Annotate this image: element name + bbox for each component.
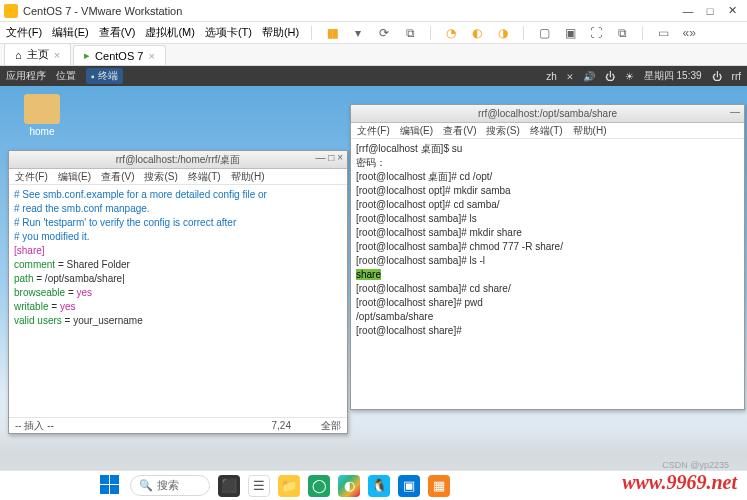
terminal-editor-window[interactable]: rrf@localhost:/home/rrf/桌面 — □ × 文件(F) 编… [8,150,348,434]
taskview-icon[interactable]: ☰ [248,475,270,497]
sh-l13: [root@localhost share]# [356,325,465,336]
desktop-home-folder[interactable]: home [24,94,60,137]
minimize-button[interactable]: — [677,5,699,17]
smb-key-comment: comment [14,259,55,270]
tab-home-close[interactable]: × [54,49,60,61]
tr-menu-edit[interactable]: 编辑(E) [400,124,433,138]
vm-display[interactable]: 应用程序 位置 ▪ 终端 zh ⨉ 🔊 ⏻ ☀ 星期四 15:39 ⏻ rrf … [0,66,747,470]
tab-vm[interactable]: ▸ CentOS 7 × [73,45,166,65]
smb-section: [share] [14,245,45,256]
maximize-button[interactable]: □ [699,5,721,17]
explorer-icon[interactable]: 📁 [278,475,300,497]
menu-view[interactable]: 查看(V) [99,25,136,40]
sh-l8: [root@localhost samba]# chmod 777 -R sha… [356,241,563,252]
vim-cursor-pos: 7,24 [272,420,291,431]
sh-l4: [root@localhost opt]# mkdir samba [356,185,511,196]
fullscreen-icon[interactable]: ⛶ [588,25,604,41]
smb-val-validusers: = your_username [62,315,143,326]
tool1-icon[interactable]: ◐ [469,25,485,41]
terminal-left-titlebar[interactable]: rrf@localhost:/home/rrf/桌面 — □ × [9,151,347,169]
menu-tabs[interactable]: 选项卡(T) [205,25,252,40]
tr-menu-view[interactable]: 查看(V) [443,124,476,138]
terminal-right-minimize[interactable]: — [730,106,740,117]
tl-menu-search[interactable]: 搜索(S) [144,170,177,184]
menu-edit[interactable]: 编辑(E) [52,25,89,40]
terminal-right-title: rrf@localhost:/opt/samba/share [478,108,617,119]
close-button[interactable]: ✕ [721,4,743,17]
gnome-places[interactable]: 位置 [56,69,76,83]
terminal-right-content[interactable]: [rrf@localhost 桌面]$ su 密码： [root@localho… [351,139,744,409]
pause-vm-icon[interactable]: ▮▮ [324,25,340,41]
folder-icon [24,94,60,124]
copilot-icon[interactable]: ⬛ [218,475,240,497]
brightness-icon[interactable]: ☀ [625,71,634,82]
menu-file[interactable]: 文件(F) [6,25,42,40]
tl-menu-terminal[interactable]: 终端(T) [188,170,221,184]
terminal-mini-icon: ▪ [91,71,95,82]
app-icon[interactable]: ▣ [398,475,420,497]
toolbar-dropdown-icon[interactable]: ▾ [350,25,366,41]
terminal-task-label: 终端 [98,69,118,83]
tab-vm-close[interactable]: × [148,50,154,62]
tl-menu-edit[interactable]: 编辑(E) [58,170,91,184]
tr-menu-search[interactable]: 搜索(S) [486,124,519,138]
terminal-right-titlebar[interactable]: rrf@localhost:/opt/samba/share — [351,105,744,123]
clock-icon[interactable]: ◔ [443,25,459,41]
menu-vm[interactable]: 虚拟机(M) [145,25,195,40]
sh-l10: [root@localhost samba]# cd share/ [356,283,511,294]
smb-key-browseable: browseable [14,287,65,298]
multi-monitor-icon[interactable]: ▣ [562,25,578,41]
terminal-shell-window[interactable]: rrf@localhost:/opt/samba/share — 文件(F) 编… [350,104,745,410]
gnome-user[interactable]: rrf [732,71,741,82]
sh-l7: [root@localhost samba]# mkdir share [356,227,522,238]
smb-comment-3: # Run 'testparm' to verify the config is… [14,217,236,228]
expand-icon[interactable]: «» [681,25,697,41]
vmware-taskbar-icon[interactable]: ▦ [428,475,450,497]
search-icon: 🔍 [139,479,153,492]
tl-menu-help[interactable]: 帮助(H) [231,170,265,184]
csdn-watermark: CSDN @yp2235 [662,460,729,470]
tr-menu-help[interactable]: 帮助(H) [573,124,607,138]
unity-icon[interactable]: ⧉ [614,25,630,41]
tl-menu-view[interactable]: 查看(V) [101,170,134,184]
menu-help[interactable]: 帮助(H) [262,25,299,40]
vim-scroll: 全部 [321,419,341,433]
wechat-icon[interactable]: ◯ [308,475,330,497]
gnome-top-panel: 应用程序 位置 ▪ 终端 zh ⨉ 🔊 ⏻ ☀ 星期四 15:39 ⏻ rrf [0,66,747,86]
terminal-left-menu: 文件(F) 编辑(E) 查看(V) 搜索(S) 终端(T) 帮助(H) [9,169,347,185]
taskbar-search[interactable]: 🔍 搜索 [130,475,210,496]
terminal-left-minimize[interactable]: — □ × [316,152,343,163]
bluetooth-icon[interactable]: ⨉ [567,70,573,82]
taskbar-search-label: 搜索 [157,478,179,493]
input-lang[interactable]: zh [546,71,557,82]
vmware-menubar: 文件(F) 编辑(E) 查看(V) 虚拟机(M) 选项卡(T) 帮助(H) ▮▮… [0,22,747,44]
smb-key-validusers: valid users [14,315,62,326]
snapshot-icon[interactable]: ⧉ [402,25,418,41]
gnome-applications[interactable]: 应用程序 [6,69,46,83]
vmware-title-text: CentOS 7 - VMware Workstation [23,5,182,17]
tr-menu-terminal[interactable]: 终端(T) [530,124,563,138]
tool2-icon[interactable]: ◑ [495,25,511,41]
edge-icon[interactable]: ◐ [338,475,360,497]
send-ctrlaltdel-icon[interactable]: ⟳ [376,25,392,41]
sh-l3: [root@localhost 桌面]# cd /opt/ [356,171,492,182]
taskbar-terminal[interactable]: ▪ 终端 [86,68,123,84]
terminal-left-content[interactable]: # See smb.conf.example for a more detail… [9,185,347,417]
tl-menu-file[interactable]: 文件(F) [15,170,48,184]
library-icon[interactable]: ▭ [655,25,671,41]
fit-guest-icon[interactable]: ▢ [536,25,552,41]
vmware-logo-icon [4,4,18,18]
gnome-clock[interactable]: 星期四 15:39 [644,69,702,83]
tab-home[interactable]: ⌂ 主页 × [4,43,71,65]
smb-key-path: path [14,273,33,284]
start-button[interactable] [100,475,122,497]
site-watermark: www.9969.net [622,471,737,494]
sh-l9: [root@localhost samba]# ls -l [356,255,485,266]
qq-icon[interactable]: 🐧 [368,475,390,497]
network-icon[interactable]: ⏻ [605,71,615,82]
terminal-right-menu: 文件(F) 编辑(E) 查看(V) 搜索(S) 终端(T) 帮助(H) [351,123,744,139]
power-icon[interactable]: ⏻ [712,71,722,82]
smb-comment-1: # See smb.conf.example for a more detail… [14,189,267,200]
tr-menu-file[interactable]: 文件(F) [357,124,390,138]
volume-icon[interactable]: 🔊 [583,71,595,82]
